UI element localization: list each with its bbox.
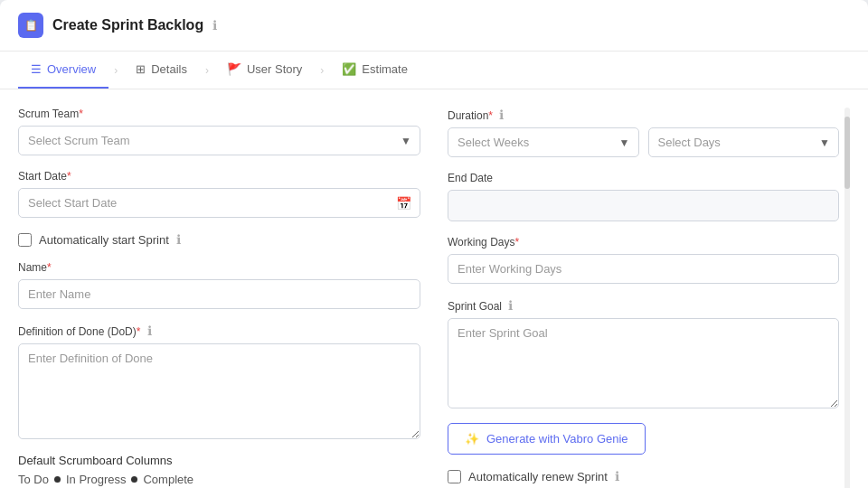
dod-textarea[interactable]	[18, 343, 420, 439]
tab-details[interactable]: ⊞ Details	[123, 52, 200, 89]
auto-renew-info-icon[interactable]: ℹ	[615, 469, 619, 483]
start-date-required: *	[67, 170, 71, 183]
sprint-icon: 📋	[24, 19, 38, 32]
auto-start-row: Automatically start Sprint ℹ	[18, 232, 420, 247]
dot-1	[54, 476, 61, 483]
scrumboard-section: Default Scrumboard Columns To Do In Prog…	[18, 454, 420, 488]
working-days-required: *	[514, 236, 519, 249]
auto-renew-row: Automatically renew Sprint ℹ	[448, 469, 839, 483]
end-date-label: End Date	[448, 172, 839, 184]
tabs-bar: ☰ Overview › ⊞ Details › 🚩 User Story › …	[0, 52, 868, 89]
sprint-goal-group: Sprint Goal ℹ	[448, 298, 839, 408]
start-date-label: Start Date*	[18, 170, 420, 183]
col-in-progress: In Progress	[66, 473, 126, 486]
right-col-wrapper: Duration* ℹ Select Weeks 1 Week 2 Weeks …	[448, 108, 850, 488]
tab-user-story[interactable]: 🚩 User Story	[214, 52, 315, 89]
overview-tab-icon: ☰	[31, 62, 42, 76]
title-info-icon[interactable]: ℹ	[212, 18, 217, 33]
duration-label: Duration* ℹ	[448, 108, 839, 122]
auto-renew-checkbox[interactable]	[448, 470, 461, 483]
genie-icon: ✨	[465, 432, 479, 446]
start-date-input[interactable]	[18, 188, 420, 218]
generate-genie-button[interactable]: ✨ Generate with Vabro Genie	[448, 423, 646, 455]
scrumboard-columns: To Do In Progress Complete	[18, 473, 420, 486]
auto-start-checkbox[interactable]	[18, 233, 32, 247]
scrollbar-track	[844, 108, 850, 488]
scrum-team-label: Scrum Team*	[18, 108, 420, 120]
scrollbar-thumb	[844, 117, 850, 189]
working-days-label: Working Days*	[448, 236, 839, 249]
name-group: Name*	[18, 261, 420, 309]
tab-estimate[interactable]: ✅ Estimate	[329, 52, 420, 89]
scrumboard-title: Default Scrumboard Columns	[18, 454, 420, 467]
details-tab-icon: ⊞	[136, 62, 146, 76]
auto-renew-label: Automatically renew Sprint	[468, 470, 608, 483]
weeks-select-wrapper: Select Weeks 1 Week 2 Weeks 3 Weeks 4 We…	[448, 127, 639, 157]
estimate-tab-icon: ✅	[342, 62, 356, 76]
auto-start-info-icon[interactable]: ℹ	[176, 232, 181, 247]
left-column: Scrum Team* Select Scrum Team ▼ Start Da…	[18, 108, 420, 488]
dod-label: Definition of Done (DoD)* ℹ	[18, 324, 420, 338]
end-date-field	[448, 190, 839, 221]
tab-details-label: Details	[151, 62, 187, 76]
auto-start-label: Automatically start Sprint	[39, 233, 169, 247]
name-label: Name*	[18, 261, 420, 274]
tab-separator-1: ›	[114, 64, 118, 77]
dod-info-icon[interactable]: ℹ	[147, 324, 152, 338]
start-date-group: Start Date* 📅	[18, 170, 420, 218]
modal-title: Create Sprint Backlog	[52, 17, 203, 33]
dod-group: Definition of Done (DoD)* ℹ	[18, 324, 420, 439]
sprint-goal-textarea[interactable]	[448, 318, 839, 408]
col-complete: Complete	[143, 473, 193, 486]
right-column: Duration* ℹ Select Weeks 1 Week 2 Weeks …	[448, 108, 839, 488]
user-story-tab-icon: 🚩	[227, 62, 241, 76]
tab-separator-3: ›	[320, 64, 324, 77]
days-select-wrapper: Select Days 1 Day 2 Days 3 Days 4 Days 5…	[648, 127, 840, 157]
name-required: *	[47, 261, 52, 274]
form-body: Scrum Team* Select Scrum Team ▼ Start Da…	[0, 89, 868, 488]
scrum-team-required: *	[79, 108, 83, 120]
start-date-input-wrapper: 📅	[18, 188, 420, 218]
duration-selects: Select Weeks 1 Week 2 Weeks 3 Weeks 4 We…	[448, 127, 839, 157]
end-date-group: End Date	[448, 172, 839, 221]
dod-required: *	[137, 325, 141, 338]
tab-user-story-label: User Story	[247, 62, 302, 76]
weeks-select[interactable]: Select Weeks 1 Week 2 Weeks 3 Weeks 4 We…	[448, 127, 639, 157]
tab-estimate-label: Estimate	[362, 62, 408, 76]
working-days-group: Working Days*	[448, 236, 839, 284]
duration-info-icon[interactable]: ℹ	[499, 108, 504, 122]
tab-separator-2: ›	[205, 64, 209, 77]
sprint-goal-label: Sprint Goal ℹ	[448, 298, 839, 313]
days-select[interactable]: Select Days 1 Day 2 Days 3 Days 4 Days 5…	[648, 127, 840, 157]
modal-header: 📋 Create Sprint Backlog ℹ	[0, 0, 868, 52]
name-input[interactable]	[18, 279, 420, 309]
scrum-team-select[interactable]: Select Scrum Team	[18, 126, 420, 155]
dot-2	[131, 476, 137, 483]
scrum-team-group: Scrum Team* Select Scrum Team ▼	[18, 108, 420, 155]
col-todo: To Do	[18, 473, 49, 486]
duration-required: *	[488, 109, 493, 122]
tab-overview-label: Overview	[47, 62, 96, 76]
generate-btn-label: Generate with Vabro Genie	[486, 432, 628, 446]
duration-group: Duration* ℹ Select Weeks 1 Week 2 Weeks …	[448, 108, 839, 157]
header-icon: 📋	[18, 13, 43, 38]
tab-overview[interactable]: ☰ Overview	[18, 52, 108, 89]
create-sprint-modal: 📋 Create Sprint Backlog ℹ ☰ Overview › ⊞…	[0, 0, 868, 488]
sprint-goal-info-icon[interactable]: ℹ	[508, 298, 513, 313]
scrum-team-select-wrapper: Select Scrum Team ▼	[18, 126, 420, 155]
working-days-input[interactable]	[448, 254, 839, 284]
